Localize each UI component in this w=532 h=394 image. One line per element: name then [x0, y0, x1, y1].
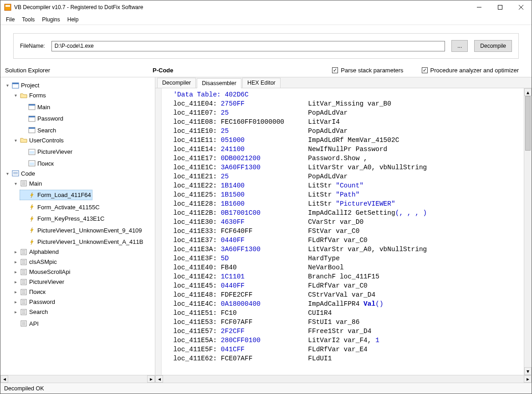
tab-disassembler[interactable]: Disassembler: [197, 78, 241, 88]
twisty-icon[interactable]: ▾: [13, 91, 18, 100]
twisty-icon[interactable]: ▸: [13, 247, 18, 257]
tree-proc-item[interactable]: Form_KeyPress_413E1C: [20, 214, 106, 223]
code-h-scrollbar[interactable]: ◂ ▸: [155, 375, 532, 383]
parse-stack-label: Parse stack parameters: [341, 67, 403, 74]
tree-form-search[interactable]: Search: [20, 126, 57, 135]
tree-forms[interactable]: ▾Forms: [11, 91, 47, 100]
tree-proc-item[interactable]: Form_Activate_41155C: [20, 202, 101, 212]
tree-icon: [20, 268, 27, 276]
tree-code[interactable]: ▾Code: [3, 169, 36, 178]
twisty-icon[interactable]: ▸: [13, 257, 18, 267]
svg-rect-13: [29, 127, 35, 129]
tree-icon: [28, 238, 36, 246]
tree-label: Project: [21, 81, 39, 90]
code-listing[interactable]: 'Data Table: 402D6C loc_411E04: 2750FF L…: [162, 88, 524, 375]
tree-form-password[interactable]: Password: [20, 114, 65, 123]
svg-rect-9: [29, 104, 35, 106]
status-bar: Decompiled OK: [0, 383, 532, 394]
tree-usercontrols[interactable]: ▾UserControls: [11, 136, 65, 145]
tree-module-item[interactable]: API: [11, 319, 40, 328]
svg-rect-7: [12, 83, 19, 84]
tree-label: Password: [37, 114, 63, 123]
tree-module-item[interactable]: ▸Password: [11, 297, 56, 307]
twisty-icon[interactable]: ▸: [13, 307, 18, 317]
tree-uc-item[interactable]: PictureViever: [20, 147, 74, 157]
tree-module-item[interactable]: ▸Alphablend: [11, 247, 60, 257]
tree-module-item[interactable]: ▸PictureViever: [11, 277, 66, 287]
tree-icon: [20, 92, 27, 99]
tree-module-item[interactable]: ▸MouseScrollApi: [11, 267, 72, 277]
window-title: VB Decompiler v10.7 - Registered to DotF…: [14, 4, 469, 10]
parse-stack-checkbox[interactable]: ✓ Parse stack parameters: [332, 67, 403, 74]
tree-label: Поиск: [29, 287, 46, 297]
scroll-right-icon[interactable]: ▸: [147, 375, 155, 383]
twisty-icon[interactable]: ▾: [5, 81, 10, 90]
menu-plugins[interactable]: Plugins: [38, 15, 63, 25]
tree-icon: [20, 180, 27, 187]
twisty-icon[interactable]: ▸: [13, 277, 18, 287]
menu-file[interactable]: File: [2, 15, 18, 25]
file-toolbar: FileName: ... Decompile: [13, 33, 519, 59]
tree-icon: [28, 203, 36, 211]
twisty-icon[interactable]: ▸: [13, 297, 18, 307]
menu-help[interactable]: Help: [64, 15, 82, 25]
scroll-thumb[interactable]: [525, 96, 531, 151]
close-button[interactable]: [511, 0, 532, 14]
tree-icon: [28, 227, 36, 234]
maximize-button[interactable]: [490, 0, 511, 14]
scroll-up-icon[interactable]: ▴: [524, 88, 532, 96]
code-v-scrollbar[interactable]: ▴ ▾: [524, 88, 532, 375]
tree-icon: [28, 126, 36, 134]
project-tree[interactable]: ▾Project▾FormsMainPasswordSearch▾UserCon…: [0, 77, 155, 375]
tree-label: Password: [29, 297, 55, 307]
minimize-button[interactable]: [469, 0, 490, 14]
twisty-icon[interactable]: ▾: [5, 169, 10, 178]
tree-h-scrollbar[interactable]: ◂ ▸: [0, 375, 155, 383]
scroll-right-icon[interactable]: ▸: [524, 375, 532, 383]
tree-icon: [28, 160, 36, 167]
tree-label: Search: [29, 307, 48, 317]
tree-icon: [20, 308, 27, 316]
tree-icon: [20, 136, 27, 144]
tree-icon: [28, 192, 36, 199]
tree-icon: [20, 248, 27, 256]
svg-rect-1: [5, 5, 10, 7]
decompile-button[interactable]: Decompile: [474, 40, 512, 52]
tree-label: PictureViever: [37, 147, 72, 157]
tree-proc-item[interactable]: PictureViever1_UnknownEvent_9_4109: [20, 226, 143, 235]
svg-rect-11: [29, 116, 35, 117]
browse-button[interactable]: ...: [451, 40, 468, 52]
tree-proc-item[interactable]: Form_Load_411F64: [20, 190, 92, 200]
twisty-icon[interactable]: ▸: [13, 287, 18, 297]
menu-tools[interactable]: Tools: [18, 15, 38, 25]
twisty-icon[interactable]: ▸: [13, 267, 18, 277]
tree-module-item[interactable]: ▸clsASMpic: [11, 257, 58, 267]
filename-label: FileName:: [20, 43, 45, 49]
editor-gutter: [155, 88, 162, 375]
tree-form-main[interactable]: Main: [20, 102, 51, 112]
tree-icon: [12, 170, 19, 177]
tree-module-item[interactable]: ▸Поиск: [11, 287, 47, 297]
tree-label: Alphablend: [29, 247, 59, 257]
titlebar: VB Decompiler v10.7 - Registered to DotF…: [0, 0, 532, 14]
tree-label: PictureViever1_UnknownEvent_A_411B: [37, 237, 143, 247]
tree-panel: ▾Project▾FormsMainPasswordSearch▾UserCon…: [0, 77, 155, 383]
tree-icon: [28, 215, 36, 222]
tab-decompiler[interactable]: Decompiler: [157, 78, 196, 88]
scroll-left-icon[interactable]: ◂: [155, 375, 163, 383]
filename-input[interactable]: [51, 41, 445, 51]
tree-project[interactable]: ▾Project: [3, 81, 41, 90]
tree-code-main[interactable]: ▾Main: [11, 179, 43, 188]
tab-hex[interactable]: HEX Editor: [242, 78, 281, 88]
tree-proc-item[interactable]: PictureViever1_UnknownEvent_A_411B: [20, 237, 144, 247]
analyzer-checkbox[interactable]: ✓ Procedure analyzer and optimizer: [422, 67, 519, 74]
tree-icon: [12, 82, 19, 89]
tree-module-item[interactable]: ▸Search: [11, 307, 49, 317]
tree-label: MouseScrollApi: [29, 267, 70, 277]
scroll-left-icon[interactable]: ◂: [0, 375, 8, 383]
twisty-icon[interactable]: ▾: [13, 179, 18, 188]
scroll-down-icon[interactable]: ▾: [524, 367, 532, 375]
twisty-icon[interactable]: ▾: [13, 136, 18, 145]
tree-uc-item[interactable]: Поиск: [20, 159, 55, 168]
tree-icon: [28, 148, 36, 156]
